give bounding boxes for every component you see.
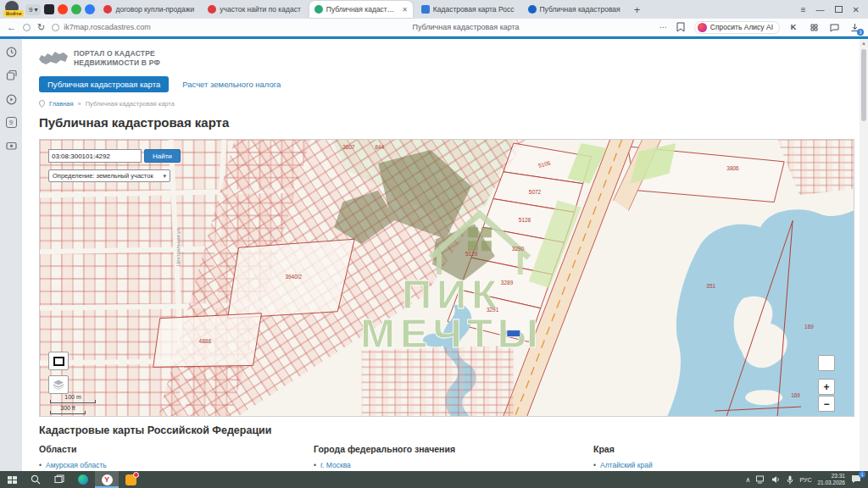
tab-public-cadastral[interactable]: Публичная кадастровая: [523, 2, 626, 17]
clock[interactable]: 23:31 21.03.2026: [817, 473, 845, 486]
volume-icon[interactable]: [771, 475, 781, 484]
page-scrollbar[interactable]: ▲: [860, 39, 868, 471]
yandex-browser-app-button[interactable]: Y: [95, 471, 119, 488]
nav-link-land-tax[interactable]: Расчет земельного налога: [182, 80, 281, 89]
zoom-out-button[interactable]: −: [818, 396, 835, 412]
history-icon[interactable]: [5, 46, 17, 58]
task-view-button[interactable]: [47, 471, 71, 488]
tray-expand-icon[interactable]: ∧: [746, 476, 751, 484]
tray-time: 23:31: [817, 473, 845, 480]
tab-title: Публичная кадастровая: [540, 5, 620, 14]
svg-text:5072: 5072: [529, 189, 542, 195]
svg-text:169: 169: [804, 324, 814, 330]
tab-counter[interactable]: 9 ▾: [25, 4, 41, 15]
tab-counter-value: 9: [29, 6, 32, 14]
action-center-button[interactable]: 1: [851, 474, 861, 485]
scrollbar-thumb[interactable]: [861, 49, 866, 121]
network-icon[interactable]: [756, 475, 765, 484]
alice-logo-icon: [698, 23, 707, 32]
signin-badge[interactable]: Войти: [3, 10, 24, 17]
chevron-down-icon: ▾: [34, 6, 37, 14]
collections-icon[interactable]: [5, 69, 17, 81]
layers-button[interactable]: [48, 375, 69, 394]
microphone-icon[interactable]: [787, 475, 793, 485]
language-indicator[interactable]: РУС: [799, 477, 811, 483]
footer-heading: Кадастровые карты Российской Федерации: [39, 424, 860, 436]
svg-text:3806: 3806: [726, 165, 739, 171]
svg-text:3291: 3291: [487, 307, 499, 313]
breadcrumb-separator: »: [78, 100, 81, 108]
tab-parcel-search[interactable]: участок найти по кадаст: [203, 2, 306, 17]
svg-text:5129: 5129: [465, 251, 478, 257]
bullet: •: [39, 460, 42, 471]
menu-icon[interactable]: ≡: [801, 5, 806, 14]
scale-metric: 100 m: [50, 394, 96, 403]
layers-icon: [53, 380, 64, 390]
tabs-count-icon[interactable]: 9: [6, 117, 17, 128]
pinned-tab-blue-icon[interactable]: [85, 4, 95, 14]
maximize-button[interactable]: [835, 6, 843, 13]
video-icon[interactable]: [5, 93, 17, 105]
svg-text:351: 351: [706, 283, 715, 289]
tab-cadastral-russia[interactable]: Кадастровая карта Росс: [416, 2, 520, 17]
more-icon[interactable]: ⋯: [659, 23, 667, 31]
new-tab-button[interactable]: +: [629, 3, 646, 16]
ask-alice-button[interactable]: Спросить Алису AI: [694, 21, 780, 34]
kinopoisk-icon[interactable]: K: [787, 20, 800, 34]
find-button[interactable]: Найти: [144, 149, 181, 163]
bullet: •: [593, 460, 596, 471]
minimize-button[interactable]: —: [816, 5, 825, 14]
map-extra-button[interactable]: [818, 355, 835, 371]
tab-contract[interactable]: договор купли-продажи: [98, 2, 199, 17]
tab-cadastral-map-active[interactable]: Публичная кадастров ✕: [309, 1, 413, 18]
pkk-favicon: [314, 5, 323, 14]
site-logo[interactable]: ПОРТАЛ О КАДАСТРЕ НЕДВИЖИМОСТИ В РФ: [39, 49, 860, 68]
nav-tab-cadastral-map[interactable]: Публичная кадастровая карта: [39, 76, 169, 92]
browser-sidebar: 9: [0, 39, 22, 471]
alice-label: Спросить Алису AI: [710, 23, 773, 31]
close-tab-icon[interactable]: ✕: [402, 6, 408, 14]
scroll-up-arrow[interactable]: ▲: [860, 39, 868, 47]
highway-shield-icon: [507, 330, 520, 337]
breadcrumb-current: Публичная кадастровая карта: [86, 100, 175, 108]
region-link[interactable]: Амурская область: [46, 460, 107, 471]
street-label: Центральная ул.: [175, 226, 181, 266]
object-type-select[interactable]: Определение: земельный участок ▾: [48, 169, 170, 182]
site-permissions-icon[interactable]: [23, 24, 31, 31]
zoom-in-button[interactable]: +: [818, 379, 835, 395]
bookmark-icon[interactable]: [674, 20, 687, 34]
pinned-tab-red-icon[interactable]: [58, 4, 68, 14]
yandex-browser-icon: Y: [102, 474, 113, 485]
address-bar[interactable]: ik7map.roscadastres.com: [52, 23, 272, 31]
extent-tool-button[interactable]: [48, 352, 69, 370]
refresh-button[interactable]: ↻: [37, 22, 45, 33]
screen-capture-icon[interactable]: [5, 140, 17, 152]
start-button[interactable]: [0, 471, 24, 488]
pinned-tab-dark-icon[interactable]: [44, 4, 54, 14]
close-window-button[interactable]: ✕: [853, 5, 860, 14]
downloads-icon[interactable]: 3: [848, 20, 861, 34]
chat-icon[interactable]: [827, 20, 841, 34]
svg-text:5128: 5128: [519, 217, 531, 223]
profile-avatar[interactable]: Войти: [5, 1, 22, 18]
extensions-icon[interactable]: [807, 20, 821, 34]
site-nav: Публичная кадастровая карта Расчет земел…: [39, 76, 860, 92]
taskbar-search-button[interactable]: [24, 471, 47, 488]
extent-icon: [53, 357, 64, 366]
notification-dot: [133, 472, 139, 478]
region-link[interactable]: г. Москва: [320, 460, 351, 471]
yandex-app-button[interactable]: [119, 471, 142, 488]
cadastral-number-input[interactable]: [48, 149, 142, 163]
chevron-down-icon: ▾: [163, 173, 166, 180]
globe-favicon: [528, 5, 537, 14]
breadcrumb-home-link[interactable]: Главная: [49, 100, 74, 108]
tab-title: участок найти по кадаст: [220, 5, 301, 14]
edge-app-button[interactable]: [71, 471, 95, 488]
pinned-tab-green-icon[interactable]: [71, 4, 81, 14]
tab-title: договор купли-продажи: [115, 5, 194, 14]
page-title: Публичная кадастровая карта: [39, 115, 860, 130]
object-type-value: Определение: земельный участок: [53, 172, 153, 180]
back-button[interactable]: ←: [7, 22, 16, 32]
region-link[interactable]: Алтайский край: [600, 460, 653, 471]
tab-title: Публичная кадастров: [326, 5, 397, 14]
